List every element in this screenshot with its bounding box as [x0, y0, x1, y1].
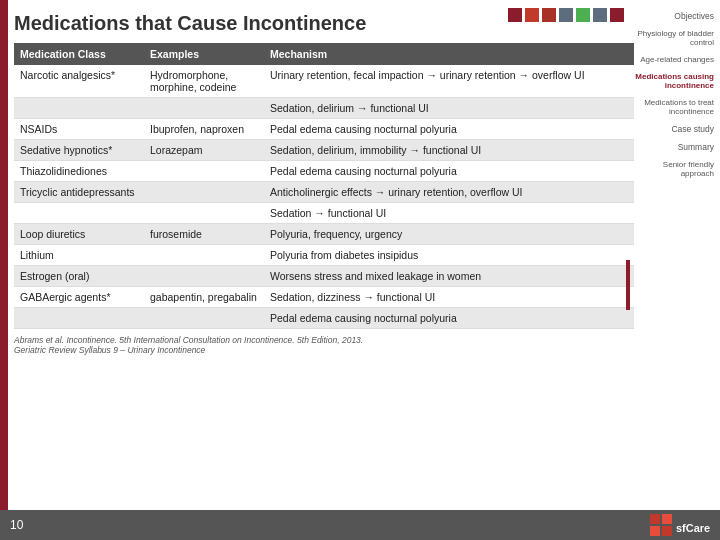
sidebar-item-objectives[interactable]: Objectives	[628, 8, 716, 24]
cell-class: Tricyclic antidepressants	[14, 182, 144, 203]
svg-rect-0	[650, 514, 660, 524]
cell-examples	[144, 161, 264, 182]
table-row: Thiazolidinediones Pedal edema causing n…	[14, 161, 634, 182]
col-header-mechanism: Mechanism	[264, 43, 634, 65]
cell-examples	[144, 245, 264, 266]
table-row: Sedative hypnotics* Lorazepam Sedation, …	[14, 140, 634, 161]
sidebar-item-summary[interactable]: Summary	[628, 139, 716, 155]
cell-class: NSAIDs	[14, 119, 144, 140]
svg-rect-2	[650, 526, 660, 536]
svg-rect-1	[662, 514, 672, 524]
cell-examples	[144, 98, 264, 119]
page-number: 10	[10, 518, 23, 532]
table-row: Pedal edema causing nocturnal polyuria	[14, 308, 634, 329]
cell-examples	[144, 308, 264, 329]
footnote-line1: Abrams et al. Incontinence. 5th Internat…	[14, 335, 634, 345]
cell-mechanism: Worsens stress and mixed leakage in wome…	[264, 266, 634, 287]
left-accent-bar	[0, 0, 8, 540]
sidebar-item-age[interactable]: Age-related changes	[628, 52, 716, 67]
cell-examples: Ibuprofen, naproxen	[144, 119, 264, 140]
svg-rect-3	[662, 526, 672, 536]
logo-text: sfCare	[650, 512, 710, 538]
cell-examples: gabapentin, pregabalin	[144, 287, 264, 308]
sidebar: Objectives Physiology of bladder control…	[630, 0, 720, 510]
col-header-class: Medication Class	[14, 43, 144, 65]
cell-examples: Lorazepam	[144, 140, 264, 161]
cell-class	[14, 98, 144, 119]
cell-mechanism: Polyuria, frequency, urgency	[264, 224, 634, 245]
sidebar-item-case-study[interactable]: Case study	[628, 121, 716, 137]
sidebar-item-senior[interactable]: Senior friendly approach	[628, 157, 716, 181]
cell-class: Estrogen (oral)	[14, 266, 144, 287]
table-row: Sedation, delirium → functional UI	[14, 98, 634, 119]
cell-mechanism: Sedation → functional UI	[264, 203, 634, 224]
table-row: Tricyclic antidepressants Anticholinergi…	[14, 182, 634, 203]
table-row: Loop diuretics furosemide Polyuria, freq…	[14, 224, 634, 245]
cell-mechanism: Pedal edema causing nocturnal polyuria	[264, 119, 634, 140]
cell-examples	[144, 266, 264, 287]
cell-examples	[144, 182, 264, 203]
cell-mechanism: Anticholinergic effects → urinary retent…	[264, 182, 634, 203]
cell-class: Lithium	[14, 245, 144, 266]
bottom-bar: 10 sfCare	[0, 510, 720, 540]
main-content: Medications that Cause Incontinence Medi…	[14, 0, 634, 540]
table-row: GABAergic agents* gabapentin, pregabalin…	[14, 287, 634, 308]
table-row: Lithium Polyuria from diabetes insipidus	[14, 245, 634, 266]
cell-examples	[144, 203, 264, 224]
cell-mechanism: Sedation, delirium, immobility → functio…	[264, 140, 634, 161]
table-row: Estrogen (oral) Worsens stress and mixed…	[14, 266, 634, 287]
cell-class: Thiazolidinediones	[14, 161, 144, 182]
cell-mechanism: Pedal edema causing nocturnal polyuria	[264, 161, 634, 182]
table-row: NSAIDs Ibuprofen, naproxen Pedal edema c…	[14, 119, 634, 140]
sidebar-item-medications-treat[interactable]: Medications to treat incontinence	[628, 95, 716, 119]
medications-table: Medication Class Examples Mechanism Narc…	[14, 43, 634, 329]
cell-class: Sedative hypnotics*	[14, 140, 144, 161]
table-row: Sedation → functional UI	[14, 203, 634, 224]
cell-class	[14, 308, 144, 329]
cell-class: Loop diuretics	[14, 224, 144, 245]
footnote-line2: Geriatric Review Syllabus 9 – Urinary In…	[14, 345, 634, 355]
sfcare-logo-icon: sfCare	[650, 512, 710, 536]
sidebar-item-physiology[interactable]: Physiology of bladder control	[628, 26, 716, 50]
cell-mechanism: Urinary retention, fecal impaction → uri…	[264, 65, 634, 98]
svg-text:sfCare: sfCare	[676, 522, 710, 534]
logo-area: sfCare	[650, 512, 710, 538]
cell-mechanism: Polyuria from diabetes insipidus	[264, 245, 634, 266]
table-header-row: Medication Class Examples Mechanism	[14, 43, 634, 65]
cell-class: Narcotic analgesics*	[14, 65, 144, 98]
cell-examples: Hydromorphone, morphine, codeine	[144, 65, 264, 98]
footnote: Abrams et al. Incontinence. 5th Internat…	[14, 335, 634, 355]
cell-examples: furosemide	[144, 224, 264, 245]
cell-mechanism: Pedal edema causing nocturnal polyuria	[264, 308, 634, 329]
page-title: Medications that Cause Incontinence	[14, 0, 634, 43]
table-row: Narcotic analgesics* Hydromorphone, morp…	[14, 65, 634, 98]
sidebar-item-medications-incontinence[interactable]: Medications causing incontinence	[628, 69, 716, 93]
cell-mechanism: Sedation, delirium → functional UI	[264, 98, 634, 119]
cell-mechanism: Sedation, dizziness → functional UI	[264, 287, 634, 308]
cell-class: GABAergic agents*	[14, 287, 144, 308]
cell-class	[14, 203, 144, 224]
col-header-examples: Examples	[144, 43, 264, 65]
